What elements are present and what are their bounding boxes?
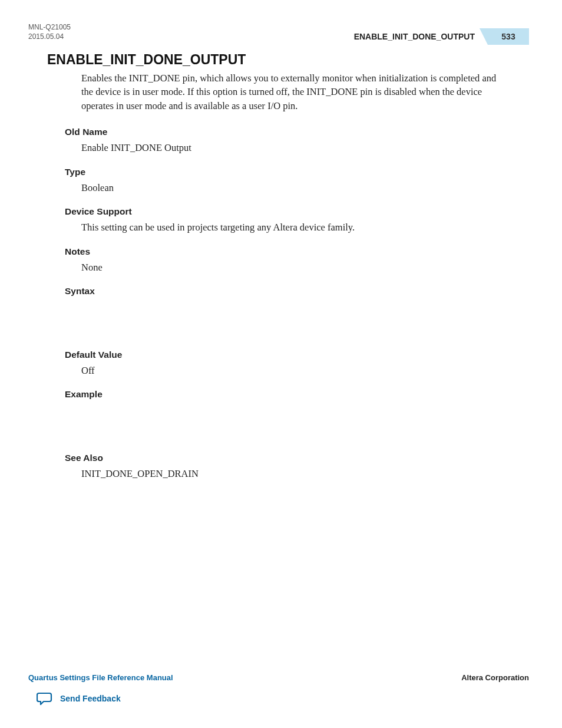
page-footer: Quartus Settings File Reference Manual A… — [28, 673, 529, 682]
send-feedback-label: Send Feedback — [60, 694, 121, 703]
footer-manual-link[interactable]: Quartus Settings File Reference Manual — [28, 673, 173, 682]
value-type: Boolean — [81, 181, 503, 195]
label-old-name: Old Name — [65, 127, 503, 137]
page-header: MNL-Q21005 2015.05.04 ENABLE_INIT_DONE_O… — [28, 22, 529, 46]
label-example: Example — [65, 389, 503, 400]
intro-paragraph: Enables the INIT_DONE pin, which allows … — [81, 71, 503, 113]
speech-bubble-icon — [37, 691, 53, 706]
send-feedback-link[interactable]: Send Feedback — [37, 691, 121, 706]
label-device-support: Device Support — [65, 206, 503, 217]
footer-company: Altera Corporation — [461, 673, 529, 682]
value-notes: None — [81, 261, 503, 274]
page-title: ENABLE_INIT_DONE_OUTPUT — [47, 52, 503, 68]
footer-bar: Quartus Settings File Reference Manual A… — [28, 673, 529, 682]
value-default-value: Off — [81, 364, 503, 377]
example-spacer — [47, 403, 503, 441]
label-type: Type — [65, 167, 503, 177]
header-right: ENABLE_INIT_DONE_OUTPUT 533 — [354, 28, 529, 45]
label-syntax: Syntax — [65, 286, 503, 297]
label-notes: Notes — [65, 246, 503, 257]
header-section-name: ENABLE_INIT_DONE_OUTPUT — [354, 32, 488, 41]
value-old-name: Enable INIT_DONE Output — [81, 141, 503, 154]
value-see-also: INIT_DONE_OPEN_DRAIN — [81, 467, 503, 480]
content-area: ENABLE_INIT_DONE_OUTPUT Enables the INIT… — [47, 52, 503, 481]
label-see-also: See Also — [65, 453, 503, 463]
value-device-support: This setting can be used in projects tar… — [81, 220, 503, 234]
page-number-badge: 533 — [488, 28, 529, 45]
label-default-value: Default Value — [65, 350, 503, 360]
syntax-spacer — [47, 300, 503, 338]
